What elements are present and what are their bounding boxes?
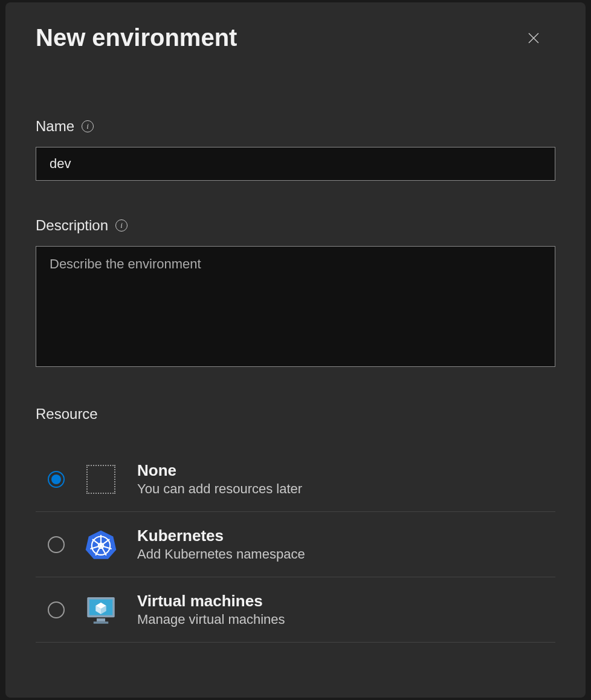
name-label: Name bbox=[36, 118, 74, 135]
resource-title: None bbox=[137, 461, 302, 480]
description-label-row: Description i bbox=[36, 217, 555, 234]
virtual-machines-icon bbox=[84, 593, 118, 627]
radio-kubernetes[interactable] bbox=[48, 536, 65, 553]
name-field-group: Name i bbox=[36, 118, 555, 181]
resource-title: Kubernetes bbox=[137, 527, 305, 545]
resource-text: Kubernetes Add Kubernetes namespace bbox=[137, 527, 305, 562]
svg-rect-15 bbox=[94, 621, 109, 624]
none-icon bbox=[84, 462, 118, 496]
kubernetes-icon bbox=[84, 528, 118, 562]
resource-option-kubernetes[interactable]: Kubernetes Add Kubernetes namespace bbox=[36, 512, 555, 577]
resource-text: Virtual machines Manage virtual machines bbox=[137, 592, 285, 627]
resource-desc: You can add resources later bbox=[137, 481, 302, 497]
dialog-header: New environment bbox=[36, 24, 555, 51]
svg-rect-14 bbox=[97, 618, 105, 621]
description-label: Description bbox=[36, 217, 108, 234]
close-button[interactable] bbox=[524, 28, 543, 48]
dialog-title: New environment bbox=[36, 24, 237, 51]
resource-desc: Manage virtual machines bbox=[137, 612, 285, 627]
resource-section: Resource None You can add resources late… bbox=[36, 406, 555, 643]
radio-virtual-machines[interactable] bbox=[48, 601, 65, 618]
close-icon bbox=[526, 31, 541, 45]
resource-text: None You can add resources later bbox=[137, 461, 302, 497]
resource-option-virtual-machines[interactable]: Virtual machines Manage virtual machines bbox=[36, 577, 555, 643]
resource-title: Virtual machines bbox=[137, 592, 285, 611]
radio-none[interactable] bbox=[48, 471, 65, 488]
info-icon[interactable]: i bbox=[115, 219, 128, 232]
resource-label: Resource bbox=[36, 406, 555, 423]
new-environment-dialog: New environment Name i Description i Res… bbox=[5, 2, 586, 698]
info-icon[interactable]: i bbox=[82, 120, 94, 132]
description-field-group: Description i bbox=[36, 217, 555, 369]
resource-desc: Add Kubernetes namespace bbox=[137, 546, 305, 562]
resource-option-none[interactable]: None You can add resources later bbox=[36, 447, 555, 512]
name-label-row: Name i bbox=[36, 118, 555, 135]
description-input[interactable] bbox=[36, 246, 555, 367]
name-input[interactable] bbox=[36, 147, 555, 181]
